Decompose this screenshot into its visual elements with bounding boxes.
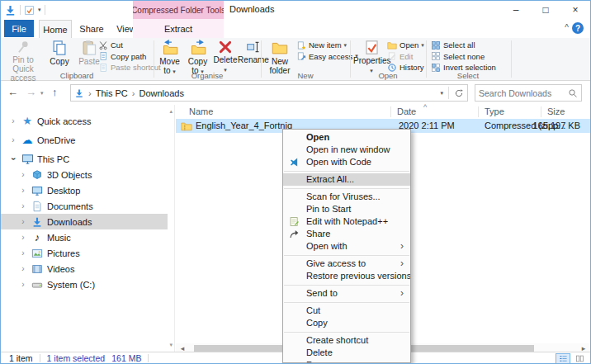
- minimize-button[interactable]: –: [501, 1, 531, 19]
- menu-item-restore-previous-versions[interactable]: Restore previous versions: [283, 270, 410, 282]
- close-button[interactable]: ×: [560, 1, 590, 19]
- pin-to-quick-access-button[interactable]: Pin to Quick access: [2, 39, 44, 75]
- qat-dropdown-icon[interactable]: ▾: [38, 7, 41, 13]
- copy-button[interactable]: Copy: [45, 39, 73, 75]
- expander-icon[interactable]: ›: [9, 116, 17, 125]
- expander-icon[interactable]: ›: [19, 217, 27, 226]
- refresh-icon[interactable]: [454, 88, 464, 98]
- column-header-type[interactable]: Type: [485, 106, 504, 116]
- this-pc-icon: [21, 153, 34, 166]
- edit-button[interactable]: Edit: [387, 51, 425, 63]
- menu-item-extract-all[interactable]: Extract All...: [283, 173, 410, 186]
- sidebar-item-documents[interactable]: › Documents: [1, 198, 168, 214]
- expander-icon[interactable]: ›: [19, 186, 27, 195]
- tab-extract[interactable]: Extract: [164, 24, 192, 34]
- tab-share[interactable]: Share: [75, 20, 108, 37]
- open-label: Open: [400, 40, 418, 50]
- breadcrumb-this-pc[interactable]: This PC: [96, 88, 128, 98]
- menu-item-send-to[interactable]: Send to ›: [283, 287, 410, 300]
- sidebar-scroll-down-icon[interactable]: ▾: [169, 342, 173, 348]
- menu-item-pin-to-start[interactable]: Pin to Start: [283, 203, 410, 215]
- search-icon[interactable]: [568, 88, 578, 98]
- column-header-name[interactable]: Name: [189, 106, 213, 116]
- properties-quick-icon[interactable]: [24, 5, 35, 16]
- back-icon[interactable]: ←: [7, 86, 18, 98]
- menu-item-create-shortcut[interactable]: Create shortcut: [283, 334, 410, 347]
- collapse-ribbon-icon[interactable]: ^: [565, 23, 569, 32]
- expander-icon[interactable]: ›: [9, 155, 18, 163]
- pictures-icon: [31, 247, 44, 260]
- sidebar-item-this-pc[interactable]: › This PC: [1, 151, 168, 167]
- sidebar-item-system-c[interactable]: › System (C:): [1, 277, 168, 292]
- up-icon[interactable]: ↑: [52, 86, 58, 98]
- sidebar-scroll-up-icon[interactable]: ▴: [169, 108, 173, 115]
- column-divider[interactable]: [390, 106, 391, 117]
- copy-path-button[interactable]: Copy path: [98, 51, 153, 63]
- menu-item-copy[interactable]: Copy: [283, 317, 410, 329]
- expander-icon[interactable]: ›: [19, 233, 27, 242]
- sidebar-item-pictures[interactable]: › Pictures: [1, 245, 168, 261]
- expander-icon[interactable]: ›: [19, 280, 27, 289]
- sidebar-item-downloads[interactable]: › Downloads: [1, 214, 168, 229]
- menu-item-give-access-to[interactable]: Give access to ›: [283, 258, 410, 270]
- menu-item-share[interactable]: Share: [283, 228, 410, 240]
- tab-file[interactable]: File: [4, 20, 34, 37]
- cut-button[interactable]: Cut: [98, 40, 153, 51]
- copy-to-button[interactable]: Copy to ▾: [184, 39, 211, 75]
- quick-access-star-icon: ★: [21, 115, 34, 128]
- expander-icon[interactable]: ›: [9, 135, 17, 144]
- properties-button[interactable]: Properties ▾: [353, 39, 390, 75]
- videos-icon: [31, 262, 44, 276]
- expander-icon[interactable]: ›: [19, 170, 27, 179]
- menu-item-rename[interactable]: Rename: [283, 359, 410, 363]
- help-icon[interactable]: ?: [572, 22, 584, 34]
- sort-ascending-icon[interactable]: ^: [423, 103, 427, 111]
- select-none-button[interactable]: Select none: [431, 51, 505, 63]
- menu-item-open-in-new-window[interactable]: Open in new window: [283, 144, 410, 156]
- new-item-button[interactable]: New item ▾: [296, 40, 349, 51]
- sidebar-item-desktop[interactable]: › Desktop: [1, 182, 168, 198]
- select-none-label: Select none: [443, 52, 485, 61]
- sidebar-item-3d-objects[interactable]: › 3D Objects: [1, 167, 168, 182]
- search-input[interactable]: [479, 88, 568, 98]
- delete-button[interactable]: Delete ▾: [212, 39, 239, 75]
- large-icons-view-button[interactable]: [572, 353, 587, 364]
- navigation-pane: › ★ Quick access › ☁ OneDrive › This PC …: [1, 105, 175, 353]
- sidebar-item-onedrive[interactable]: › ☁ OneDrive: [1, 132, 168, 148]
- menu-item-scan-for-viruses[interactable]: Scan for Viruses...: [283, 191, 410, 203]
- open-button[interactable]: Open ▾: [387, 40, 425, 51]
- sidebar-item-videos[interactable]: › Videos: [1, 261, 168, 277]
- menu-item-edit-with-notepadpp[interactable]: Edit with Notepad++: [283, 215, 410, 228]
- breadcrumb-downloads[interactable]: Downloads: [139, 88, 183, 98]
- expander-icon[interactable]: ›: [19, 264, 27, 273]
- tab-home[interactable]: Home: [39, 20, 72, 38]
- move-to-button[interactable]: Move to ▾: [156, 39, 183, 75]
- copy-to-icon: [190, 40, 206, 56]
- details-view-button[interactable]: [556, 353, 570, 364]
- menu-item-open[interactable]: Open: [283, 131, 410, 144]
- column-header-date[interactable]: Date: [397, 106, 416, 116]
- menu-separator: [284, 171, 409, 172]
- menu-item-delete[interactable]: Delete: [283, 347, 410, 359]
- menu-item-cut[interactable]: Cut: [283, 305, 410, 317]
- column-divider[interactable]: [478, 106, 479, 117]
- address-dropdown-icon[interactable]: ▾: [440, 90, 443, 97]
- expander-icon[interactable]: ›: [19, 248, 27, 258]
- select-all-button[interactable]: Select all: [431, 40, 505, 51]
- sidebar-item-quick-access[interactable]: › ★ Quick access: [1, 113, 168, 129]
- expander-icon[interactable]: ›: [19, 201, 27, 210]
- menu-item-open-with-code[interactable]: Open with Code: [283, 156, 410, 168]
- sidebar-label: Music: [47, 233, 71, 243]
- file-size: 165,197 KB: [526, 121, 580, 130]
- column-header-size[interactable]: Size: [547, 106, 565, 116]
- divider: [45, 5, 45, 15]
- address-bar[interactable]: › This PC › Downloads ▾: [70, 84, 468, 102]
- menu-item-open-with[interactable]: Open with ›: [283, 240, 410, 253]
- forward-icon[interactable]: →: [26, 86, 36, 98]
- column-divider[interactable]: [541, 106, 541, 117]
- maximize-button[interactable]: □: [531, 1, 560, 19]
- easy-access-button[interactable]: Easy access ▾: [296, 51, 349, 63]
- sidebar-item-music[interactable]: › ♪ Music: [1, 229, 168, 245]
- recent-locations-icon[interactable]: ▾: [40, 90, 44, 97]
- new-folder-button[interactable]: New folder: [264, 39, 296, 75]
